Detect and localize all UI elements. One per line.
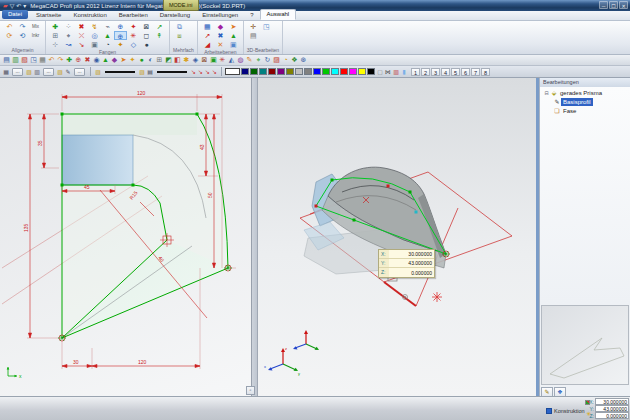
color-swatch[interactable] [331, 68, 339, 75]
toolbar-icon[interactable]: ⊕ [74, 55, 83, 65]
linewidth-folder-icon[interactable]: ▨ [138, 67, 146, 77]
toolbar-icon[interactable]: ◍ [236, 55, 245, 65]
color-more-icon[interactable]: ▢ [376, 67, 384, 77]
toolbar-icon[interactable]: ⊠ [200, 55, 209, 65]
arrow-style-icon[interactable]: ↘ [211, 68, 218, 75]
layer-browse-button[interactable]: ... [12, 68, 23, 76]
coord-z-value[interactable]: 0.000000 [595, 412, 629, 419]
toolbar-icon[interactable]: ▨ [272, 55, 281, 65]
menu-tab-?[interactable]: ? [244, 11, 259, 20]
ribbon-icon[interactable]: ✛ [247, 22, 260, 31]
toolbar-icon[interactable]: ▥ [11, 55, 20, 65]
layer-icon[interactable]: ▦ [2, 67, 10, 77]
quick-access-menu-icon[interactable]: ▾ [23, 1, 26, 11]
menu-tab-startseite[interactable]: Startseite [30, 11, 67, 20]
ribbon-icon[interactable]: ▣ [227, 40, 240, 49]
viewport-3d[interactable]: z y x X: [258, 78, 536, 396]
color-swatch[interactable] [313, 68, 321, 75]
arrow-style-icon[interactable]: ↘ [204, 68, 211, 75]
ribbon-icon[interactable]: ◢ [201, 40, 214, 49]
tree-item[interactable]: ✎Basisprofil [540, 97, 630, 106]
tree-item[interactable]: ⊟⬙gerades Prisma [540, 88, 630, 97]
ribbon-icon[interactable]: Inkr [29, 31, 42, 40]
pen-folder-icon[interactable]: ▨ [56, 67, 64, 77]
color-swatch[interactable] [250, 68, 258, 75]
panel-tab-edit[interactable]: ✎ [541, 387, 553, 396]
ribbon-icon[interactable]: ◻ [140, 31, 153, 40]
ribbon-icon[interactable]: ▤ [247, 31, 260, 40]
ribbon-icon[interactable]: ▲ [227, 31, 240, 40]
ribbon-icon[interactable]: ↘ [75, 40, 88, 49]
ribbon-icon[interactable]: ⧈ [173, 31, 186, 40]
color-swatch[interactable] [358, 68, 366, 75]
layer-number-button[interactable]: 4 [441, 68, 450, 76]
ribbon-icon[interactable]: ↷ [16, 22, 29, 31]
toolbar-icon[interactable]: ➤ [119, 55, 128, 65]
color-swatch[interactable] [340, 68, 348, 75]
tree-expander-icon[interactable]: ⊟ [543, 90, 550, 96]
toolbar-icon[interactable]: ▦ [38, 55, 47, 65]
toolbar-icon[interactable]: ↻ [263, 55, 272, 65]
menu-tab-bearbeiten[interactable]: Bearbeiten [113, 11, 154, 20]
layer-number-button[interactable]: 2 [421, 68, 430, 76]
toolbar-icon[interactable]: ◐ [146, 55, 155, 65]
ribbon-icon[interactable]: ⌖ [62, 31, 75, 40]
arrow-style-icon[interactable]: ↘ [190, 68, 197, 75]
menu-tab-auswahl[interactable]: Auswahl [260, 9, 297, 20]
color-swatch[interactable] [277, 68, 285, 75]
linetype-folder-icon[interactable]: ▨ [94, 67, 102, 77]
color-swatch[interactable] [259, 68, 267, 75]
layer-number-button[interactable]: 7 [471, 68, 480, 76]
menu-tab-konstruktion[interactable]: Konstruktion [67, 11, 112, 20]
coord-y-value[interactable]: 43.000000 [595, 405, 629, 412]
coord-x-value[interactable]: 30.000000 [595, 398, 629, 405]
ribbon-icon[interactable]: ▣ [88, 40, 101, 49]
pen-icon[interactable]: ✎ [64, 67, 72, 77]
ribbon-icon[interactable]: ◔ [101, 40, 114, 49]
ribbon-icon[interactable]: ➤ [227, 22, 240, 31]
save-icon[interactable]: ▽ [10, 1, 15, 11]
color-swatch[interactable] [225, 68, 240, 75]
ribbon-icon[interactable]: ▦ [201, 22, 214, 31]
toolbar-icon[interactable]: ⊞ [155, 55, 164, 65]
toolbar-icon[interactable]: ⌖ [254, 55, 263, 65]
toolbar-icon[interactable]: ❖ [290, 55, 299, 65]
ribbon-icon[interactable]: ↯ [88, 22, 101, 31]
toolbar-icon[interactable]: ◧ [173, 55, 182, 65]
ribbon-icon[interactable]: ✖ [214, 31, 227, 40]
menu-tab-datei[interactable]: Datei [2, 10, 28, 19]
ribbon-icon[interactable]: ↝ [62, 40, 75, 49]
color-swatch[interactable] [322, 68, 330, 75]
toolbar-icon[interactable]: ▧ [20, 55, 29, 65]
ribbon-icon[interactable]: ✚ [49, 22, 62, 31]
maximize-button[interactable]: ☐ [609, 1, 618, 9]
pen-browse-button[interactable]: ... [74, 68, 85, 76]
scrollbar-corner-button[interactable]: ▫ [246, 386, 255, 395]
mode-ini-tab[interactable]: MODE.ini [163, 0, 199, 11]
ribbon-icon[interactable]: ✳ [127, 31, 140, 40]
color-swatch[interactable] [304, 68, 312, 75]
ribbon-icon[interactable]: ● [140, 40, 153, 49]
toolbar-icon[interactable]: ◉ [92, 55, 101, 65]
ribbon-icon[interactable]: ⊞ [49, 31, 62, 40]
panel-tab-features[interactable]: ❖ [554, 387, 566, 396]
toolbar-icon[interactable]: ✳ [218, 55, 227, 65]
ribbon-icon[interactable]: ▲ [101, 31, 114, 40]
ribbon-icon[interactable]: ⊕ [114, 31, 127, 40]
layer-number-button[interactable]: 5 [451, 68, 460, 76]
toolbar-icon[interactable]: ◭ [227, 55, 236, 65]
toolbar-icon[interactable]: ● [137, 55, 146, 65]
konstruktion-status[interactable]: Konstruktion [546, 408, 585, 414]
linewidth-icon[interactable]: ▤ [146, 67, 154, 77]
ribbon-icon[interactable]: ⤫ [75, 31, 88, 40]
ribbon-icon[interactable]: ◳ [260, 22, 273, 31]
linewidth-preview[interactable] [157, 71, 187, 73]
ribbon-icon[interactable]: ⌁ [101, 22, 114, 31]
menu-tab-einstellungen[interactable]: Einstellungen [196, 11, 244, 20]
ribbon-icon[interactable]: ↗ [201, 31, 214, 40]
toolbar-icon[interactable]: ✚ [65, 55, 74, 65]
ribbon-icon[interactable]: ⊹ [49, 40, 62, 49]
ribbon-icon[interactable]: ⟲ [16, 31, 29, 40]
minimize-button[interactable]: ─ [599, 1, 608, 9]
undo-icon[interactable]: ↶ [16, 1, 21, 11]
